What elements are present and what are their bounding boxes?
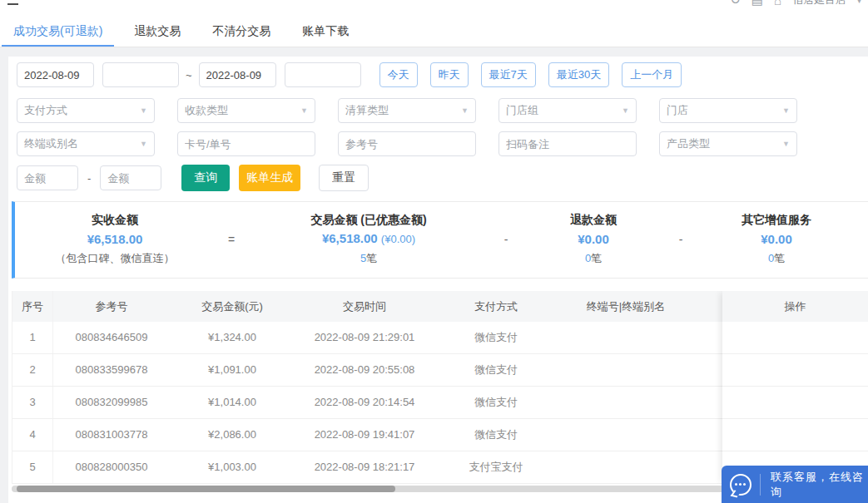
received-amount-value: ¥6,518.00 xyxy=(87,229,143,249)
terminal-alias-select[interactable]: 终端或别名 ▼ xyxy=(17,131,155,156)
transaction-count-unit: 笔 xyxy=(366,252,377,264)
cell-operation xyxy=(722,419,868,451)
payment-method-placeholder: 支付方式 xyxy=(24,103,67,118)
other-services-label: 其它增值服务 xyxy=(742,210,811,229)
cell-amount: ¥1,091.00 xyxy=(170,354,295,386)
cell-terminal xyxy=(558,451,694,483)
end-date-input[interactable] xyxy=(199,62,276,87)
fixed-operation-column: 操作 xyxy=(722,291,868,484)
other-services-count-unit: 笔 xyxy=(774,252,785,264)
minus-operator: - xyxy=(664,207,697,271)
header-ref: 参考号 xyxy=(53,291,170,322)
product-type-select[interactable]: 产品类型 ▼ xyxy=(659,131,797,156)
end-time-input[interactable] xyxy=(285,62,361,87)
refund-amount-label: 退款金额 xyxy=(570,210,617,229)
cell-ref: 080831003778 xyxy=(53,419,170,451)
summary-refund-amount: 退款金额 ¥0.00 0笔 xyxy=(523,207,664,271)
start-date-input[interactable] xyxy=(17,62,94,87)
chevron-down-icon: ▼ xyxy=(461,106,469,115)
transactions-table: 序号 参考号 交易金额(元) 交易时间 支付方式 终端号|终端别名 门店 1 0… xyxy=(12,291,868,484)
cell-time: 2022-08-09 21:29:01 xyxy=(295,322,434,353)
chevron-down-icon: ▼ xyxy=(782,106,790,115)
cell-seq: 4 xyxy=(12,419,53,451)
store-select[interactable]: 门店 ▼ xyxy=(659,98,797,123)
divider xyxy=(760,474,761,496)
cell-seq: 3 xyxy=(12,387,53,418)
summary-received-amount: 实收金额 ¥6,518.00 （包含口碑、微信直连） xyxy=(15,207,215,271)
store-selector[interactable]: 佰居延百店 xyxy=(792,0,846,7)
cell-time: 2022-08-09 20:55:08 xyxy=(295,354,434,386)
cell-amount: ¥1,324.00 xyxy=(170,322,295,353)
date-range-separator: ~ xyxy=(186,69,192,81)
chevron-down-icon: ▾ xyxy=(857,0,861,5)
contact-support-button[interactable]: 联系客服，在线咨询 xyxy=(722,466,868,503)
minus-operator: - xyxy=(489,207,523,271)
cell-time: 2022-08-09 19:41:07 xyxy=(295,419,434,451)
cell-seq: 1 xyxy=(12,322,53,353)
transaction-amount-label: 交易金额 (已优惠金额) xyxy=(310,210,426,229)
cell-method: 支付宝支付 xyxy=(434,451,558,483)
quick-today-button[interactable]: 今天 xyxy=(379,62,418,87)
scan-note-input[interactable] xyxy=(498,131,637,156)
generate-bill-button[interactable]: 账单生成 xyxy=(239,165,300,191)
refresh-icon[interactable]: ↻ xyxy=(730,0,741,7)
store-placeholder: 门店 xyxy=(667,103,688,118)
chevron-down-icon: ▼ xyxy=(782,140,790,148)
quick-last30days-button[interactable]: 最近30天 xyxy=(548,62,609,87)
received-amount-note: （包含口碑、微信直连） xyxy=(56,249,175,268)
cell-time: 2022-08-09 18:21:17 xyxy=(295,451,434,483)
cell-terminal xyxy=(558,387,694,418)
scrollbar-thumb[interactable] xyxy=(17,486,395,492)
chevron-down-icon: ▼ xyxy=(140,106,147,115)
contact-support-label: 联系客服，在线咨询 xyxy=(771,470,868,500)
store-group-placeholder: 门店组 xyxy=(506,103,538,118)
start-time-input[interactable] xyxy=(102,62,179,87)
refund-amount-value: ¥0.00 xyxy=(578,229,609,249)
reference-number-input[interactable] xyxy=(338,131,476,156)
cell-time: 2022-08-09 20:14:54 xyxy=(295,387,434,418)
summary-other-services: 其它增值服务 ¥0.00 0笔 xyxy=(697,207,856,271)
quick-last7days-button[interactable]: 最近7天 xyxy=(481,62,536,87)
quick-yesterday-button[interactable]: 昨天 xyxy=(430,62,469,87)
collection-type-placeholder: 收款类型 xyxy=(185,103,228,118)
header-seq: 序号 xyxy=(12,291,53,322)
cell-ref: 080828000350 xyxy=(53,451,170,483)
header-operation: 操作 xyxy=(722,291,868,322)
reset-button[interactable]: 重置 xyxy=(319,165,369,191)
cell-seq: 5 xyxy=(12,451,53,483)
card-number-input[interactable] xyxy=(177,131,315,156)
discount-amount-value: (¥0.00) xyxy=(381,233,415,245)
quick-lastmonth-button[interactable]: 上一个月 xyxy=(622,62,682,87)
cell-operation xyxy=(722,354,868,387)
tab-bill-download[interactable]: 账单下载 xyxy=(294,15,357,47)
header-amount: 交易金额(元) xyxy=(170,291,295,322)
calendar-icon[interactable]: ▤ xyxy=(751,0,763,7)
collection-type-select[interactable]: 收款类型 ▼ xyxy=(177,98,315,123)
summary-transaction-amount: 交易金额 (已优惠金额) ¥6,518.00 (¥0.00) 5笔 xyxy=(248,207,489,271)
settlement-type-placeholder: 清算类型 xyxy=(345,103,389,118)
cell-ref: 080833599678 xyxy=(53,354,170,386)
header-method: 支付方式 xyxy=(434,291,558,322)
cell-terminal xyxy=(558,419,694,451)
tab-refund-transactions[interactable]: 退款交易 xyxy=(126,15,189,47)
store-group-select[interactable]: 门店组 ▼ xyxy=(498,98,637,123)
amount-max-input[interactable] xyxy=(100,165,161,190)
received-amount-label: 实收金额 xyxy=(92,210,138,229)
search-button[interactable]: 查询 xyxy=(181,165,230,191)
amount-min-input[interactable] xyxy=(17,165,78,190)
other-services-value: ¥0.00 xyxy=(761,229,792,249)
terminal-alias-placeholder: 终端或别名 xyxy=(24,136,78,151)
header-time: 交易时间 xyxy=(295,291,434,322)
menu-collapse-icon[interactable] xyxy=(7,3,18,5)
cell-amount: ¥2,086.00 xyxy=(170,419,295,451)
chevron-down-icon: ▼ xyxy=(300,106,308,115)
home-icon[interactable]: ⌂ xyxy=(774,0,781,7)
cell-amount: ¥1,014.00 xyxy=(170,387,295,418)
cell-amount: ¥1,003.00 xyxy=(170,451,295,483)
tab-unsettled-transactions[interactable]: 不清分交易 xyxy=(204,15,279,47)
cell-method: 微信支付 xyxy=(434,354,558,386)
payment-method-select[interactable]: 支付方式 ▼ xyxy=(17,98,155,123)
tab-success-transactions[interactable]: 成功交易(可退款) xyxy=(5,15,111,47)
settlement-type-select[interactable]: 清算类型 ▼ xyxy=(338,98,476,123)
cell-ref: 080834646509 xyxy=(53,322,170,353)
